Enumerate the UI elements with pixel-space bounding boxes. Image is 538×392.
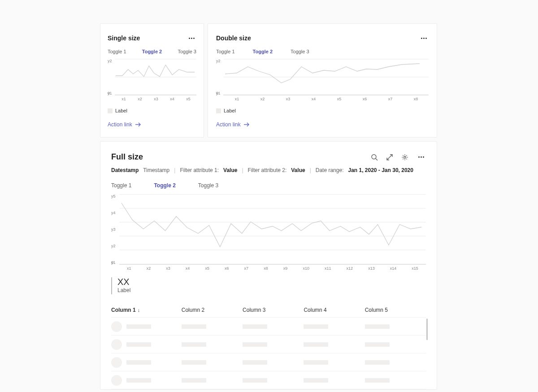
cell-placeholder [365, 360, 390, 365]
table-row[interactable] [111, 371, 426, 389]
date-range-value[interactable]: Jan 1, 2020 - Jan 30, 2020 [348, 167, 413, 173]
legend-swatch [216, 108, 221, 113]
action-link[interactable]: Action link [108, 121, 141, 128]
toggle-2[interactable]: Toggle 2 [253, 49, 273, 54]
avatar [111, 375, 122, 386]
filter-2-label: Filter attribute 2: [248, 167, 287, 173]
y-tick-zero: 0 [111, 260, 113, 265]
svg-line-9 [376, 159, 377, 160]
x-tick: x10 [303, 266, 309, 271]
cell-placeholder [182, 378, 206, 383]
toggle-1[interactable]: Toggle 1 [108, 49, 126, 54]
table-row[interactable] [111, 318, 426, 336]
table-row[interactable] [111, 336, 426, 353]
x-tick: x3 [286, 97, 291, 101]
y-tick-zero: 0 [216, 91, 218, 95]
x-tick: x5 [205, 266, 209, 271]
more-icon[interactable] [419, 36, 429, 41]
stat-label: Label [117, 287, 130, 293]
cell-placeholder [304, 360, 328, 365]
toggle-3[interactable]: Toggle 3 [291, 49, 309, 54]
card-title: Single size [108, 34, 140, 42]
filter-2-value[interactable]: Value [291, 167, 305, 173]
x-tick: x6 [363, 97, 367, 101]
x-tick: x5 [186, 97, 191, 101]
y-tick: y2 [111, 244, 116, 248]
more-icon[interactable] [417, 155, 426, 159]
avatar [111, 357, 122, 368]
arrow-right-icon [243, 122, 250, 127]
action-link-text: Action link [216, 121, 241, 128]
y-tick: y2 [216, 59, 221, 63]
cell-placeholder [243, 342, 267, 347]
stat-accent-bar [111, 277, 112, 294]
arrow-right-icon [135, 122, 141, 127]
cell-placeholder [182, 360, 206, 365]
search-icon[interactable] [371, 154, 378, 161]
toggle-1[interactable]: Toggle 1 [216, 49, 235, 54]
filter-datestamp[interactable]: Datestamp [111, 167, 139, 173]
expand-icon[interactable] [386, 154, 393, 161]
svg-point-8 [372, 155, 376, 159]
column-header-3[interactable]: Column 3 [243, 307, 304, 313]
x-tick: x11 [325, 266, 331, 271]
x-tick: x1 [127, 266, 131, 271]
filter-bar: Datestamp Timestamp | Filter attribute 1… [111, 167, 426, 173]
x-tick: x2 [260, 97, 265, 101]
action-link-text: Action link [108, 121, 132, 128]
more-icon[interactable] [187, 36, 196, 41]
chart-full: y5 y4 y3 y2 y1 0 x1 x2 x3 x4 x5 x6 x7 x8… [111, 194, 426, 271]
x-tick: x13 [368, 266, 375, 271]
x-tick: x4 [312, 97, 316, 101]
y-tick-zero: 0 [108, 91, 110, 95]
cell-placeholder [126, 360, 151, 365]
svg-line-11 [387, 157, 390, 160]
gear-icon[interactable] [401, 154, 408, 161]
x-tick: x7 [388, 97, 393, 101]
chart-double: y2 y1 0 x1 x2 x3 x4 x5 x6 x7 x8 [216, 59, 429, 102]
avatar [111, 339, 122, 350]
x-tick: x7 [244, 266, 249, 271]
filter-timestamp[interactable]: Timestamp [143, 167, 169, 173]
y-tick: y4 [111, 211, 116, 215]
date-range-label: Date range: [316, 167, 344, 173]
cell-placeholder [243, 378, 267, 383]
card-title: Double size [216, 34, 251, 42]
column-header-2[interactable]: Column 2 [182, 307, 243, 313]
svg-point-12 [404, 156, 406, 158]
toggle-2[interactable]: Toggle 2 [142, 49, 162, 54]
action-link[interactable]: Action link [216, 121, 250, 128]
y-tick: y2 [108, 59, 112, 63]
toggle-3[interactable]: Toggle 3 [198, 182, 218, 189]
y-tick: y5 [111, 194, 116, 198]
table-row[interactable] [111, 353, 426, 371]
toggle-2[interactable]: Toggle 2 [154, 182, 175, 189]
toggle-1[interactable]: Toggle 1 [111, 182, 131, 189]
card-single-size: Single size Toggle 1 Toggle 2 Toggle 3 y… [100, 23, 204, 138]
column-header-5[interactable]: Column 5 [365, 307, 426, 313]
cell-placeholder [182, 324, 206, 329]
chart-legend: Label [216, 108, 429, 113]
column-header-1[interactable]: Column 1 ↓ [111, 307, 182, 313]
x-tick: x4 [186, 266, 190, 271]
cell-placeholder [304, 342, 328, 347]
filter-1-label: Filter attribute 1: [180, 167, 219, 173]
x-tick: x8 [414, 97, 418, 101]
avatar [111, 321, 122, 332]
cell-placeholder [365, 324, 390, 329]
cell-placeholder [126, 324, 151, 329]
cell-placeholder [243, 360, 267, 365]
toggle-3[interactable]: Toggle 3 [178, 49, 196, 54]
x-tick: x15 [412, 266, 418, 271]
card-double-size: Double size Toggle 1 Toggle 2 Toggle 3 y… [208, 23, 437, 138]
card-title: Full size [111, 152, 143, 162]
scrollbar-thumb[interactable] [426, 319, 428, 340]
filter-1-value[interactable]: Value [223, 167, 237, 173]
x-tick: x4 [170, 97, 174, 101]
x-tick: x2 [147, 266, 151, 271]
card-full-size: Full size Datestamp Timestamp | Filter a… [100, 141, 437, 390]
legend-label: Label [224, 108, 236, 113]
column-header-4[interactable]: Column 4 [304, 307, 364, 313]
x-tick: x1 [121, 97, 126, 101]
cell-placeholder [126, 342, 151, 347]
